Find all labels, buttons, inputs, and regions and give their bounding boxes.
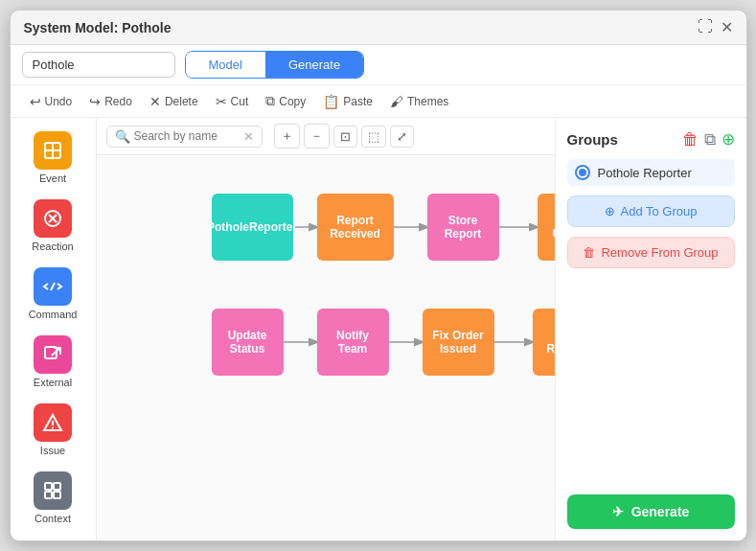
expand-button[interactable]: ⤢ [390,126,414,148]
event-label: Event [39,172,66,184]
cut-icon: ✂ [216,94,227,109]
paste-label: Paste [343,95,373,108]
zoom-in-button[interactable]: ＋ [274,124,300,149]
svg-point-11 [52,427,54,429]
copy-group-button[interactable]: ⧉ [704,129,716,149]
generate-button[interactable]: ✈ Generate [567,494,735,529]
right-panel: Groups 🗑 ⧉ ⊕ Pothole Reporter ⊕ Add To G… [555,118,746,540]
node-status-updated[interactable]: Status Updated [538,194,555,261]
group-radio [575,165,590,180]
main-window: System Model: Pothole ⛶ ✕ Model Generate… [10,10,747,541]
remove-from-group-button[interactable]: 🗑 Remove From Group [567,237,735,268]
group-item-label: Pothole Reporter [598,166,692,180]
svg-line-6 [51,283,55,290]
redo-button[interactable]: ↪ Redo [81,90,140,113]
undo-icon: ↩ [30,94,41,109]
node-notify-team[interactable]: Notify Team [317,309,389,376]
tool-issue[interactable]: Issue [18,398,87,462]
canvas-toolbar: 🔍 ✕ ＋ － ⊡ ⬚ ⤢ [97,118,555,155]
issue-label: Issue [40,445,65,456]
cut-label: Cut [231,95,249,108]
groups-icon-bar: 🗑 ⧉ ⊕ [682,129,735,149]
remove-from-group-icon: 🗑 [583,245,595,260]
command-icon [34,267,72,306]
tab-model[interactable]: Model [186,52,265,78]
themes-button[interactable]: 🖌 Themes [382,90,456,113]
reaction-label: Reaction [32,241,73,252]
canvas-area: 🔍 ✕ ＋ － ⊡ ⬚ ⤢ [97,118,555,540]
action-bar: ↩ Undo ↪ Redo ✕ Delete ✂ Cut ⧉ Copy 📋 Pa… [11,85,746,118]
svg-rect-14 [45,492,52,498]
undo-button[interactable]: ↩ Undo [22,90,80,113]
main-area: Event Reaction Command External [11,118,746,540]
node-fix-order-issued[interactable]: Fix Order Issued [423,309,494,376]
close-icon[interactable]: ✕ [721,18,733,36]
generate-icon: ✈ [612,504,624,519]
generate-label: Generate [631,504,690,519]
paste-icon: 📋 [323,94,339,109]
groups-header: Groups 🗑 ⧉ ⊕ [567,129,735,149]
delete-label: Delete [165,95,198,108]
themes-icon: 🖌 [390,94,403,109]
title-bar: System Model: Pothole ⛶ ✕ [11,11,746,45]
undo-label: Undo [45,95,73,108]
context-icon [34,471,72,510]
remove-from-group-label: Remove From Group [601,245,718,260]
node-store-report[interactable]: Store Report [427,194,499,261]
search-box: 🔍 ✕ [106,126,263,148]
maximize-icon[interactable]: ⛶ [698,18,713,36]
tab-generate[interactable]: Generate [265,52,363,78]
svg-rect-15 [54,492,60,498]
select-button[interactable]: ⬚ [361,126,386,148]
svg-rect-13 [54,483,60,490]
external-label: External [34,377,72,388]
group-radio-inner [579,169,586,176]
command-label: Command [29,309,78,320]
model-name-input[interactable] [22,52,175,78]
window-controls: ⛶ ✕ [698,18,733,36]
add-group-button[interactable]: ⊕ [722,129,735,149]
redo-icon: ↪ [89,94,101,109]
canvas-search-input[interactable] [134,129,240,143]
group-item-pothole-reporter[interactable]: Pothole Reporter [567,159,735,186]
copy-label: Copy [279,95,306,108]
delete-button[interactable]: ✕ Delete [142,90,206,113]
left-panel: Event Reaction Command External [11,118,97,540]
tool-external[interactable]: External [18,330,87,394]
search-icon: 🔍 [115,129,130,144]
add-to-group-button[interactable]: ⊕ Add To Group [567,195,735,227]
add-to-group-icon: ⊕ [605,204,615,218]
copy-button[interactable]: ⧉ Copy [258,89,313,113]
delete-icon: ✕ [149,94,161,109]
tool-context[interactable]: Context [18,466,87,530]
tab-group: Model Generate [185,51,365,79]
groups-title: Groups [567,131,618,148]
clear-search-icon[interactable]: ✕ [243,129,254,144]
node-notify-reporter[interactable]: Notify Reporter [533,309,555,376]
issue-icon [34,403,72,442]
themes-label: Themes [407,95,448,108]
delete-group-button[interactable]: 🗑 [682,129,699,149]
node-report-received[interactable]: Report Received [317,194,394,261]
paste-button[interactable]: 📋 Paste [315,90,380,113]
node-pothole-reporter[interactable]: PotholeReporter [212,194,293,261]
toolbar-row: Model Generate [11,45,746,85]
event-icon [34,131,72,170]
tool-command[interactable]: Command [18,262,87,326]
context-label: Context [34,513,71,524]
redo-label: Redo [104,95,132,108]
fit-button[interactable]: ⊡ [333,126,357,148]
tool-event[interactable]: Event [18,126,87,190]
external-icon [34,335,72,374]
reaction-icon [34,199,72,238]
window-title: System Model: Pothole [24,20,172,35]
svg-rect-12 [45,483,52,490]
add-to-group-label: Add To Group [621,204,698,218]
copy-icon: ⧉ [265,93,275,109]
diagram-canvas[interactable]: PotholeReporter Report Received Store Re… [97,155,555,540]
node-update-status[interactable]: Update Status [212,309,284,376]
tool-reaction[interactable]: Reaction [18,194,87,258]
zoom-out-button[interactable]: － [304,124,330,149]
cut-button[interactable]: ✂ Cut [208,90,257,113]
